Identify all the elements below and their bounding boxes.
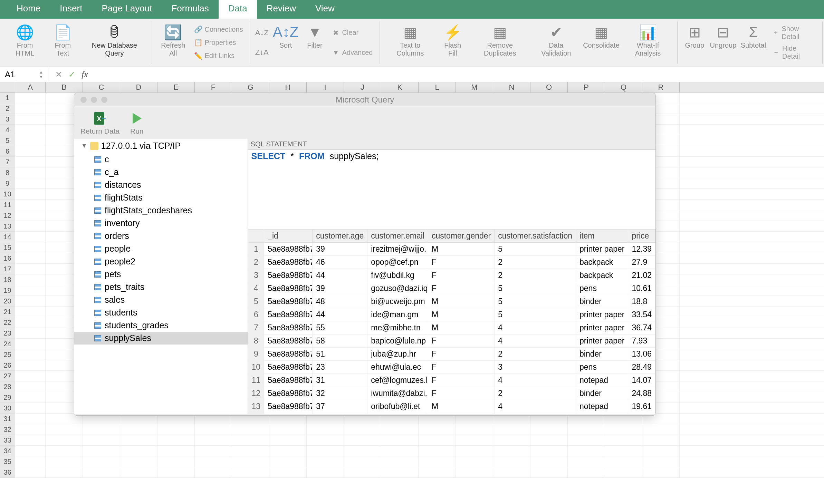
cell[interactable] <box>15 242 46 253</box>
results-cell[interactable]: 5ae8a988fb72 <box>264 243 313 256</box>
results-cell[interactable]: 5 <box>495 282 576 295</box>
results-cell[interactable]: 4 <box>495 374 576 387</box>
cell[interactable] <box>157 446 195 456</box>
results-row-number[interactable]: 3 <box>248 269 264 282</box>
cell[interactable] <box>15 253 46 263</box>
cell[interactable] <box>15 392 46 403</box>
db-table-item[interactable]: people2 <box>74 255 248 268</box>
cell[interactable] <box>15 381 46 392</box>
cell[interactable] <box>15 435 46 445</box>
results-cell[interactable]: 4 <box>495 335 576 348</box>
results-cell[interactable]: 46 <box>313 256 367 269</box>
results-cell[interactable]: 14.07 <box>628 374 655 387</box>
results-row-number[interactable]: 5 <box>248 295 264 308</box>
tab-home[interactable]: Home <box>7 0 50 19</box>
results-row-number[interactable]: 8 <box>248 335 264 348</box>
results-cell[interactable]: printer paper <box>576 335 628 348</box>
results-row-number[interactable]: 6 <box>248 308 264 321</box>
results-cell[interactable]: 5ae8a988fb72 <box>264 348 313 361</box>
cell[interactable] <box>15 135 46 146</box>
results-cell[interactable]: juba@zup.hr <box>367 348 428 361</box>
cell[interactable] <box>120 467 157 477</box>
whatif-button[interactable]: 📊What-If Analysis <box>623 21 673 59</box>
cell[interactable] <box>15 339 46 349</box>
results-row-number[interactable]: 14 <box>248 413 264 414</box>
row-header[interactable]: 30 <box>0 403 15 414</box>
tab-formulas[interactable]: Formulas <box>162 0 218 19</box>
tab-data[interactable]: Data <box>219 0 257 19</box>
column-header[interactable]: B <box>46 82 83 92</box>
db-table-item[interactable]: sales <box>74 293 248 306</box>
results-cell[interactable]: gozuso@dazi.iq <box>367 282 428 295</box>
results-cell[interactable]: 2 <box>495 269 576 282</box>
results-cell[interactable]: 5ae8a988fb72 <box>264 387 313 400</box>
cell[interactable] <box>232 424 269 435</box>
db-table-item[interactable]: c <box>74 153 248 166</box>
row-header[interactable]: 24 <box>0 339 15 349</box>
db-connection-root[interactable]: ▼ 127.0.0.1 via TCP/IP <box>74 139 248 153</box>
cell[interactable] <box>46 424 83 435</box>
tab-page-layout[interactable]: Page Layout <box>92 0 162 19</box>
tab-review[interactable]: Review <box>257 0 306 19</box>
name-box-stepper-icon[interactable]: ▲▼ <box>39 70 43 79</box>
cell[interactable] <box>419 435 456 445</box>
remove-duplicates-button[interactable]: ▦Remove Duplicates <box>470 21 530 59</box>
results-cell[interactable]: F <box>428 348 494 361</box>
cell[interactable] <box>15 328 46 338</box>
results-cell[interactable]: 5 <box>495 308 576 321</box>
row-header[interactable]: 11 <box>0 200 15 210</box>
cell[interactable] <box>568 435 605 445</box>
results-cell[interactable]: 18.8 <box>628 295 655 308</box>
cell[interactable] <box>642 446 680 456</box>
results-cell[interactable]: 28.49 <box>628 361 655 374</box>
cell[interactable] <box>15 125 46 135</box>
sort-asc-icon[interactable]: A↓Z <box>255 28 269 37</box>
results-cell[interactable]: 13.06 <box>628 348 655 361</box>
results-cell[interactable]: 5ae8a988fb72 <box>264 361 313 374</box>
row-header[interactable]: 23 <box>0 328 15 339</box>
cell[interactable] <box>46 467 83 477</box>
db-table-item[interactable]: pets_traits <box>74 281 248 293</box>
cell[interactable] <box>493 446 530 456</box>
cell[interactable] <box>605 467 642 477</box>
accept-icon[interactable]: ✓ <box>68 70 75 79</box>
from-text-button[interactable]: 📄From Text <box>46 21 79 59</box>
row-header[interactable]: 33 <box>0 435 15 446</box>
column-header[interactable]: A <box>15 82 46 92</box>
cell[interactable] <box>46 456 83 467</box>
results-cell[interactable]: 25.15 <box>628 413 655 414</box>
results-cell[interactable]: F <box>428 387 494 400</box>
cell[interactable] <box>15 146 46 156</box>
ungroup-button[interactable]: ⊟Ungroup <box>709 21 737 51</box>
results-cell[interactable]: F <box>428 269 494 282</box>
results-cell[interactable]: 7.93 <box>628 335 655 348</box>
results-row-number[interactable]: 13 <box>248 400 264 413</box>
cell[interactable] <box>530 456 568 467</box>
results-cell[interactable]: cef@logmuzes.l <box>367 374 428 387</box>
sql-editor[interactable]: SELECT * FROM supplySales; <box>248 150 655 229</box>
results-cell[interactable]: binder <box>576 295 628 308</box>
row-header[interactable]: 5 <box>0 135 15 146</box>
results-cell[interactable]: printer paper <box>576 321 628 335</box>
db-table-item[interactable]: flightStats_codeshares <box>74 204 248 217</box>
clear-button[interactable]: ✖Clear <box>329 27 375 38</box>
db-table-item[interactable]: people <box>74 242 248 255</box>
results-cell[interactable]: 24.88 <box>628 387 655 400</box>
results-cell[interactable]: 2 <box>495 348 576 361</box>
column-header[interactable]: R <box>642 82 680 92</box>
cell[interactable] <box>15 210 46 221</box>
cell[interactable] <box>15 296 46 306</box>
cell[interactable] <box>307 456 344 467</box>
row-header[interactable]: 20 <box>0 296 15 307</box>
cell[interactable] <box>605 456 642 467</box>
results-cell[interactable]: 4 <box>495 321 576 335</box>
cell[interactable] <box>344 446 381 456</box>
cell[interactable] <box>157 456 195 467</box>
cell[interactable] <box>381 424 419 435</box>
cell[interactable] <box>15 349 46 360</box>
results-cell[interactable]: 5ae8a988fb72 <box>264 321 313 335</box>
flash-fill-button[interactable]: ⚡Flash Fill <box>438 21 468 59</box>
column-header[interactable]: J <box>344 82 381 92</box>
results-cell[interactable]: 23 <box>313 361 367 374</box>
cell[interactable] <box>15 285 46 295</box>
